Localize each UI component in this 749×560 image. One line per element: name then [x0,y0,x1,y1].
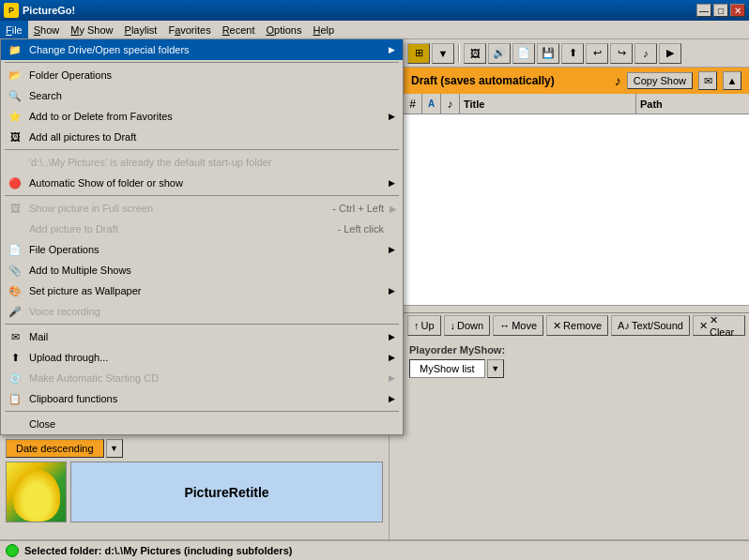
menu-bar: File Show My Show Playlist Favorites Rec… [0,21,749,39]
menu-item-folder-ops[interactable]: 📂 Folder Operations [1,65,403,85]
shortcut-icon: ▶ [390,204,397,214]
myshow-dropdown-arrow[interactable]: ▼ [487,359,504,378]
wallpaper-icon: 🎨 [5,282,25,299]
remove-button[interactable]: ✕ Remove [546,315,608,336]
menu-item-file-ops[interactable]: 📄 File Operations ▶ [1,239,403,260]
menu-item-set-wallpaper[interactable]: 🎨 Set picture as Wallpaper ▶ [1,280,403,301]
draft-mail-button[interactable]: ✉ [698,71,717,90]
menu-item-add-favs[interactable]: ⭐ Add to or Delete from Favorites ▶ [1,106,403,127]
clear-label: ✕ Clear [710,314,739,338]
up-button[interactable]: ↑ Up [407,315,441,336]
toolbar-btn-6[interactable]: 💾 [537,43,559,64]
minimize-button[interactable]: — [696,4,711,17]
down-button[interactable]: ↓ Down [444,315,491,336]
copy-show-button[interactable]: Copy Show [627,72,693,89]
horizontal-scrollbar[interactable] [404,305,749,312]
right-content-area: ⊞ ▼ 🖼 🔊 📄 💾 ⬆ ↩ ↪ ♪ ▶ Draft (saves autom… [404,39,749,539]
menu-recent[interactable]: Recent [217,21,261,38]
preview-image [6,462,67,522]
separator-4 [5,324,399,325]
text-sound-label: Text/Sound [632,320,683,331]
folder-dropdown-arrow[interactable]: ▼ [106,439,123,458]
text-sound-button[interactable]: A♪ Text/Sound [611,315,690,336]
move-label: Move [512,320,537,331]
menu-item-change-drive[interactable]: 📁 Change Drive/Open special folders ▶ [1,39,403,60]
title-bar: P PictureGo! — □ ✕ [0,0,749,21]
toolbar: ⊞ ▼ 🖼 🔊 📄 💾 ⬆ ↩ ↪ ♪ ▶ [404,39,749,68]
col-title-header: Title [460,94,636,114]
submenu-arrow-icon: ▶ [389,45,395,54]
menu-item-add-all-draft[interactable]: 🖼 Add all pictures to Draft [1,127,403,147]
menu-item-upload[interactable]: ⬆ Upload through... ▶ [1,347,403,368]
separator-1 [5,62,399,63]
toolbar-btn-10[interactable]: ♪ [634,43,657,64]
col-icon-header: A [422,94,441,114]
menu-item-close-label: Close [29,418,55,430]
myshow-folder-label: Playorder MyShow: [409,344,743,356]
menu-item-search-label: Search [29,90,62,101]
menu-item-search[interactable]: 🔍 Search [1,85,403,106]
toolbar-separator-1 [458,44,460,63]
up-action-icon: ▲ [727,75,738,86]
menu-favorites[interactable]: Favorites [162,21,216,38]
draft-up-button[interactable]: ▲ [723,71,741,90]
maximize-button[interactable]: □ [713,4,728,17]
menu-item-make-cd-label: Make Automatic Starting CD [29,372,159,384]
toolbar-btn-1[interactable]: ⊞ [407,43,430,64]
menu-item-close[interactable]: Close [1,414,403,434]
col-sound-header: ♪ [441,94,460,114]
myshow-dropdown-value[interactable]: MyShow list [409,359,485,378]
status-bar: Selected folder: d:\.\My Pictures (inclu… [0,539,749,560]
toolbar-btn-5[interactable]: 📄 [512,43,535,64]
up-arrow-icon: ↑ [414,320,420,331]
toolbar-btn-11[interactable]: ▶ [659,43,681,64]
separator-3 [5,195,399,196]
preview-box: PictureRetitle [6,462,383,522]
toolbar-btn-3[interactable]: 🖼 [464,43,486,64]
col-path-label: Path [640,98,663,110]
file-dropdown-menu: 📁 Change Drive/Open special folders ▶ 📂 … [0,39,404,435]
mail-icon: ✉ [5,328,25,345]
menu-myshow[interactable]: My Show [65,21,118,38]
submenu-arrow-clipboard-icon: ▶ [389,394,395,403]
menu-item-mail-label: Mail [29,331,48,342]
menu-help[interactable]: Help [307,21,340,38]
mail-action-icon: ✉ [704,75,712,87]
folder-icon: 📁 [5,41,25,58]
toolbar-btn-7[interactable]: ⬆ [561,43,584,64]
menu-file[interactable]: File [0,21,28,38]
menu-item-add-multi[interactable]: 📎 Add to Multiple Shows [1,260,403,280]
menu-playlist-label: Playlist [125,24,158,36]
separator-5 [5,411,399,412]
menu-options[interactable]: Options [261,21,308,38]
menu-item-voice-rec: 🎤 Voice recording [1,301,403,322]
menu-item-mail[interactable]: ✉ Mail ▶ [1,326,403,347]
cd-icon: 💿 [5,370,25,386]
menu-recent-label: Recent [222,24,255,36]
menu-item-clipboard[interactable]: 📋 Clipboard functions ▶ [1,388,403,409]
menu-playlist[interactable]: Playlist [119,21,163,38]
menu-item-make-cd: 💿 Make Automatic Starting CD ▶ [1,368,403,388]
menu-item-auto-show[interactable]: 🔴 Automatic Show of folder or show ▶ [1,173,403,193]
col-icon-label: A [428,98,435,109]
toolbar-btn-8[interactable]: ↩ [586,43,608,64]
toolbar-btn-9[interactable]: ↪ [610,43,633,64]
folder-dropdown-value[interactable]: Date descending [6,439,104,458]
menu-item-show-full-label: Show picture in Full screen [29,203,153,214]
submenu-arrow-cd-icon: ▶ [389,373,395,383]
submenu-arrow-mail-icon: ▶ [389,332,395,341]
draft-header: Draft (saves automatically) ♪ Copy Show … [404,68,749,94]
move-button[interactable]: ↔ Move [493,315,543,336]
close-window-button[interactable]: ✕ [730,4,745,17]
myshow-dropdown: MyShow list ▼ [409,359,743,378]
toolbar-btn-2[interactable]: ▼ [432,43,454,64]
up-label: Up [421,320,435,331]
app-icon: P [4,3,19,18]
toolbar-btn-4[interactable]: 🔊 [488,43,511,64]
preview-title: PictureRetitle [70,462,383,522]
menu-show[interactable]: Show [28,21,66,38]
clear-button[interactable]: ✕ ✕ Clear [693,315,745,336]
add-draft-icon: 🖼 [5,129,25,145]
menu-file-label: File [6,24,23,36]
menu-item-default-folder-label: 'd:\..\My Pictures' is already the defau… [29,157,272,168]
